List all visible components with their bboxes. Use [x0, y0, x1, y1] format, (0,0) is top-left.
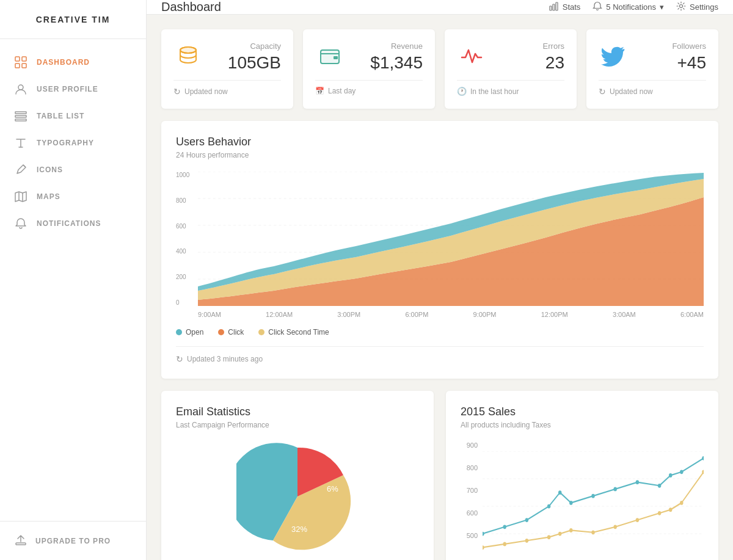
legend-click: Click [218, 328, 244, 336]
upload-icon [15, 534, 27, 548]
sidebar-item-user-profile[interactable]: User Profile [0, 76, 146, 103]
svg-point-32 [525, 518, 528, 522]
svg-rect-8 [16, 543, 26, 545]
svg-point-50 [613, 525, 616, 529]
header-actions: Stats 5 Notifications ▾ [549, 1, 718, 13]
svg-point-35 [569, 501, 572, 505]
capacity-label: Capacity [213, 42, 281, 51]
svg-rect-3 [22, 64, 26, 68]
svg-point-48 [569, 528, 572, 533]
upgrade-button[interactable]: Upgrade to Pro [0, 521, 146, 560]
user-icon [15, 83, 27, 95]
capacity-footer: ↻ Updated now [173, 80, 281, 96]
capacity-value: 105GB [213, 53, 281, 73]
sidebar-item-icons[interactable]: Icons [0, 156, 146, 183]
errors-value: 23 [496, 53, 564, 73]
svg-point-33 [547, 504, 550, 509]
sidebar-item-dashboard[interactable]: Dashboard [0, 49, 146, 76]
svg-rect-7 [15, 119, 26, 121]
svg-point-43 [483, 545, 484, 550]
stats-icon [549, 1, 559, 13]
stats-row: Capacity 105GB ↻ Updated now [161, 29, 718, 109]
refresh-icon: ↻ [173, 87, 181, 96]
sidebar-item-typography[interactable]: Typography [0, 129, 146, 156]
bell-icon [15, 217, 27, 230]
y-label: 600 [176, 223, 198, 230]
chart-legend: Open Click Click Second Time [176, 328, 704, 336]
nav-items: Dashboard User Profile Table List [0, 39, 146, 521]
pencil-icon [15, 164, 27, 176]
sidebar-item-notifications[interactable]: Notifications [0, 210, 146, 237]
sidebar-item-label: User Profile [37, 85, 98, 93]
text-icon [15, 137, 27, 149]
sidebar-item-label: Icons [37, 165, 63, 174]
sidebar-item-label: Notifications [37, 219, 101, 228]
errors-label: Errors [496, 42, 564, 51]
y-label: 200 [176, 274, 198, 280]
svg-point-31 [503, 525, 506, 529]
x-label: 12:00AM [266, 311, 293, 318]
chart-title: Users Behavior [176, 136, 704, 148]
svg-point-47 [558, 532, 561, 536]
svg-rect-11 [556, 2, 558, 10]
legend-open: Open [176, 328, 203, 336]
legend-dot-click [218, 329, 224, 335]
svg-rect-5 [15, 112, 26, 114]
svg-point-40 [669, 473, 672, 478]
stat-card-capacity: Capacity 105GB ↻ Updated now [161, 29, 293, 109]
svg-rect-1 [22, 57, 26, 61]
y-label: 900 [461, 442, 478, 449]
refresh-chart-icon: ↻ [176, 354, 183, 364]
sidebar-item-label: Dashboard [37, 58, 90, 67]
users-behavior-card: Users Behavior 24 Hours performance 1000… [161, 121, 718, 379]
pulse-icon [457, 42, 486, 71]
svg-point-53 [669, 507, 672, 512]
svg-point-44 [503, 542, 506, 547]
brand-logo: CREATIVE TIM [0, 0, 146, 39]
email-title: Email Statistics [176, 405, 419, 418]
line-chart [483, 451, 704, 560]
y-label: 400 [176, 248, 198, 255]
revenue-value: $1,345 [354, 53, 423, 73]
chart-footer: ↻ Updated 3 minutes ago [176, 346, 704, 364]
svg-point-4 [18, 85, 23, 90]
twitter-icon [599, 42, 628, 71]
sidebar-item-maps[interactable]: Maps [0, 183, 146, 210]
header: Dashboard Stats [147, 0, 733, 15]
svg-rect-6 [15, 115, 26, 117]
sidebar-item-table-list[interactable]: Table List [0, 103, 146, 129]
errors-footer: 🕐 In the last hour [457, 80, 564, 96]
svg-point-46 [547, 535, 550, 539]
stats-button[interactable]: Stats [549, 1, 581, 13]
x-label: 9:00PM [473, 311, 497, 318]
svg-point-41 [680, 470, 683, 474]
svg-rect-10 [553, 4, 555, 10]
notifications-button[interactable]: 5 Notifications ▾ [593, 1, 664, 13]
svg-point-34 [558, 490, 561, 495]
svg-point-36 [591, 494, 594, 498]
grid-icon [15, 56, 27, 68]
svg-point-30 [483, 532, 484, 536]
chevron-down-icon: ▾ [660, 2, 664, 12]
sales-card: 2015 Sales All products including Taxes … [446, 391, 718, 560]
y-label: 1000 [176, 172, 198, 178]
y-label: 700 [461, 487, 478, 494]
y-label: 600 [461, 509, 478, 517]
content: Capacity 105GB ↻ Updated now [147, 15, 733, 560]
y-label: 800 [461, 464, 478, 471]
x-label: 9:00AM [198, 311, 221, 318]
svg-point-52 [658, 511, 661, 515]
x-label: 12:00PM [541, 311, 568, 318]
bell-header-icon [593, 1, 602, 13]
email-subtitle: Last Campaign Performance [176, 421, 419, 429]
svg-point-54 [680, 501, 683, 505]
main-content: Dashboard Stats [147, 0, 733, 560]
x-axis-labels: 9:00AM 12:00AM 3:00PM 6:00PM 9:00PM 12:0… [198, 311, 704, 318]
database-icon [173, 42, 203, 71]
svg-point-49 [591, 530, 594, 534]
sidebar: CREATIVE TIM Dashboard User Profile [0, 0, 147, 560]
settings-button[interactable]: Settings [676, 1, 718, 13]
bottom-row: Email Statistics Last Campaign Performan… [161, 391, 718, 560]
email-stats-card: Email Statistics Last Campaign Performan… [161, 391, 434, 560]
legend-dot-click2 [258, 329, 264, 335]
